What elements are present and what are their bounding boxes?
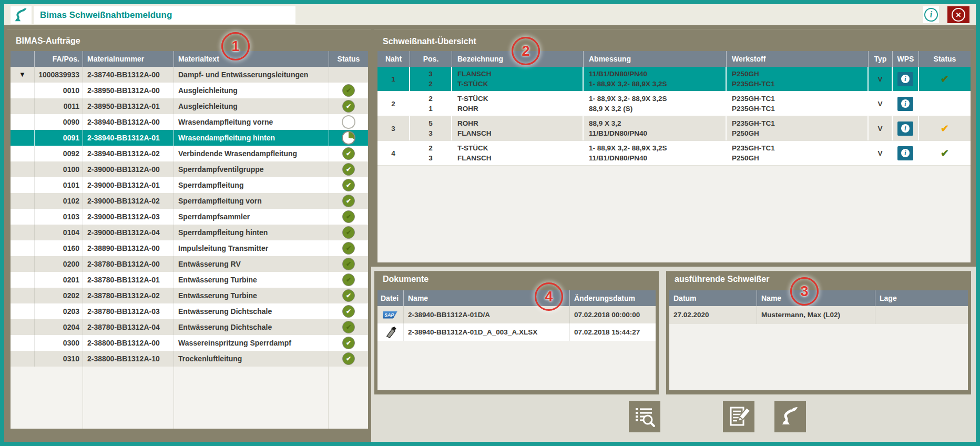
expand-cell <box>11 98 35 114</box>
bimas-table: FA/Pos. Materialnummer Materialtext Stat… <box>11 51 368 429</box>
materialtext-value: Verbindende Wrasendampfleitung <box>174 146 329 161</box>
expand-cell <box>11 114 35 130</box>
expand-arrow-icon[interactable]: ▼ <box>11 67 34 83</box>
file-icon-cell <box>377 323 404 341</box>
bezeichnung-cell: T-STÜCKROHR <box>452 92 584 116</box>
fa-pos-value: 1000839933 <box>35 67 83 83</box>
table-row[interactable]: 00902-38940-BB1312A-00Wrasendampfleitung… <box>11 114 368 130</box>
bimas-table-header: FA/Pos. Materialnummer Materialtext Stat… <box>11 51 368 67</box>
search-list-button[interactable] <box>629 401 660 432</box>
werkstoff-value: P235GH-TC1 <box>732 104 867 114</box>
table-row[interactable]: 01032-39000-BB1312A-03Sperrdampfsammler✔ <box>11 209 368 225</box>
panel-dokumente: Dokumente Datei Name Änderungsdatum SAP2… <box>374 271 659 394</box>
bezeichnung-cell: FLANSCHT-STÜCK <box>452 67 584 91</box>
col-status: Status <box>919 51 971 67</box>
bezeichnung-value: T-STÜCK <box>457 94 583 104</box>
table-row[interactable]: 00912-38940-BB1312A-01Wrasendampfleitung… <box>11 130 368 146</box>
bezeichnung-value: T-STÜCK <box>457 79 583 89</box>
abmessung-cell: 1- 88,9X 3,2- 88,9X 3,2S11/B1/DN80/PN40 <box>584 141 727 165</box>
status-cell: ✔ <box>919 141 971 165</box>
edit-document-button[interactable] <box>723 401 754 432</box>
expand-cell <box>11 240 35 256</box>
column-rule <box>173 367 174 429</box>
status-cell: ✔ <box>329 351 368 367</box>
panel-ausfuehrende-schweisser: ausführende Schweißer Datum Name Lage 27… <box>666 271 971 394</box>
status-cell: ✔ <box>329 177 368 193</box>
materialnummer-value: 2-39000-BB1312A-02 <box>83 193 174 209</box>
fa-pos-value: 0200 <box>35 256 83 272</box>
search-list-icon <box>633 405 656 428</box>
welder-date: 27.02.2020 <box>669 306 757 324</box>
info-button[interactable]: i <box>923 6 939 23</box>
table-row[interactable]: 01042-39000-BB1312A-04Sperrdampfleitung … <box>11 225 368 240</box>
table-row[interactable]: 02002-38780-BB1312A-00Entwässerung RV✔ <box>11 256 368 272</box>
table-row[interactable]: 423T-STÜCKFLANSCH1- 88,9X 3,2- 88,9X 3,2… <box>377 141 971 166</box>
fa-pos-value: 0102 <box>35 193 83 209</box>
materialnummer-value: 2-38780-BB1312A-04 <box>83 319 174 335</box>
pos-cell: 23 <box>410 141 452 165</box>
werkstoff-value: P235GH-TC1 <box>732 79 867 89</box>
materialnummer-value: 2-38800-BB1312A-00 <box>83 335 174 351</box>
materialnummer-value: 2-38780-BB1312A-03 <box>83 303 174 319</box>
pos-value: 2 <box>410 94 451 104</box>
status-check-green-icon: ✔ <box>941 148 949 158</box>
welding-robot-icon <box>13 7 29 23</box>
col-materialtext: Materialtext <box>174 51 329 67</box>
bimas-table-body: ▼10008399332-38740-BB1312A-00Dampf- und … <box>11 67 368 367</box>
pos-cell: 32 <box>410 67 452 91</box>
welders-table-body: 27.02.2020Mustermann, Max (L02) <box>669 306 968 324</box>
wps-info-button[interactable]: i <box>897 146 913 160</box>
fa-pos-value: 0203 <box>35 303 83 319</box>
table-row[interactable]: 2-38940-BB1312A-01D_A_003_A.XLSX07.02.20… <box>377 323 656 341</box>
table-row[interactable]: 01012-39000-BB1312A-01Sperrdampfleitung✔ <box>11 177 368 193</box>
close-icon: ✕ <box>952 8 965 22</box>
status-cell: ✔ <box>329 256 368 272</box>
status-done-icon: ✔ <box>342 337 355 349</box>
pos-value: 3 <box>410 153 451 163</box>
table-row[interactable]: 01002-39000-BB1312A-00Sperrdampfventilgr… <box>11 161 368 177</box>
table-row[interactable]: 00922-38940-BB1312A-02Verbindende Wrasen… <box>11 146 368 161</box>
table-row[interactable]: 02032-38780-BB1312A-03Entwässerung Dicht… <box>11 303 368 319</box>
status-done-icon: ✔ <box>342 305 355 318</box>
col-materialnummer: Materialnummer <box>83 51 174 67</box>
status-cell: ✔ <box>329 209 368 225</box>
materialtext-value: Entwässerung Turbine <box>174 288 329 303</box>
table-row[interactable]: 353ROHRFLANSCH88,9 X 3,211/B1/DN80/PN40P… <box>377 116 971 141</box>
table-row[interactable]: ▼10008399332-38740-BB1312A-00Dampf- und … <box>11 67 368 83</box>
table-row[interactable]: 221T-STÜCKROHR1- 88,9X 3,2- 88,9X 3,2S88… <box>377 92 971 116</box>
table-row[interactable]: 02012-38780-BB1312A-01Entwässerung Turbi… <box>11 272 368 288</box>
saw-file-icon <box>384 326 397 339</box>
materialtext-value: Sperrdampfventilgruppe <box>174 161 329 177</box>
naht-value: 2 <box>377 92 410 116</box>
wps-info-button[interactable]: i <box>897 121 913 136</box>
table-row[interactable]: SAP2-38940-BB1312A-01D/A07.02.2018 00:00… <box>377 306 656 323</box>
info-icon: i <box>901 149 910 157</box>
table-row[interactable]: 00112-38950-BB1312A-01Ausgleichleitung✔ <box>11 98 368 114</box>
table-row[interactable]: 02042-38780-BB1312A-04Entwässerung Dicht… <box>11 319 368 335</box>
fa-pos-value: 0160 <box>35 240 83 256</box>
welding-robot-button[interactable] <box>774 401 806 432</box>
abmessung-cell: 88,9 X 3,211/B1/DN80/PN40 <box>584 116 727 140</box>
materialtext-value: Wassereinspritzung Sperrdampf <box>174 335 329 351</box>
table-row[interactable]: 02022-38780-BB1312A-02Entwässerung Turbi… <box>11 288 368 303</box>
col-typ: Typ <box>869 51 893 67</box>
table-row[interactable]: 27.02.2020Mustermann, Max (L02) <box>669 306 968 324</box>
status-done-icon: ✔ <box>342 195 355 207</box>
annotation-circle-2: 2 <box>512 37 540 65</box>
wps-info-button[interactable]: i <box>897 72 913 86</box>
docs-table: Datei Name Änderungsdatum SAP2-38940-BB1… <box>377 290 656 390</box>
column-rule <box>83 367 83 429</box>
wps-info-button[interactable]: i <box>897 97 913 111</box>
table-row[interactable]: 03102-38800-BB1312A-10Trockenluftleitung… <box>11 351 368 367</box>
status-partial-icon <box>342 131 355 145</box>
table-row[interactable]: 01022-39000-BB1312A-02Sperrdampfleitung … <box>11 193 368 209</box>
table-row[interactable]: 03002-38800-BB1312A-00Wassereinspritzung… <box>11 335 368 351</box>
werkstoff-value: P235GH-TC1 <box>732 118 867 128</box>
fa-pos-value: 0090 <box>35 114 83 130</box>
col-naht: Naht <box>377 51 410 67</box>
table-row[interactable]: 00102-38950-BB1312A-00Ausgleichleitung✔ <box>11 83 368 98</box>
table-row[interactable]: 01602-38890-BB1312A-00Impulsleitung Tran… <box>11 240 368 256</box>
table-row[interactable]: 132FLANSCHT-STÜCK11/B1/DN80/PN401- 88,9X… <box>377 67 971 92</box>
close-button[interactable]: ✕ <box>947 6 969 23</box>
col-pos: Pos. <box>410 51 452 67</box>
